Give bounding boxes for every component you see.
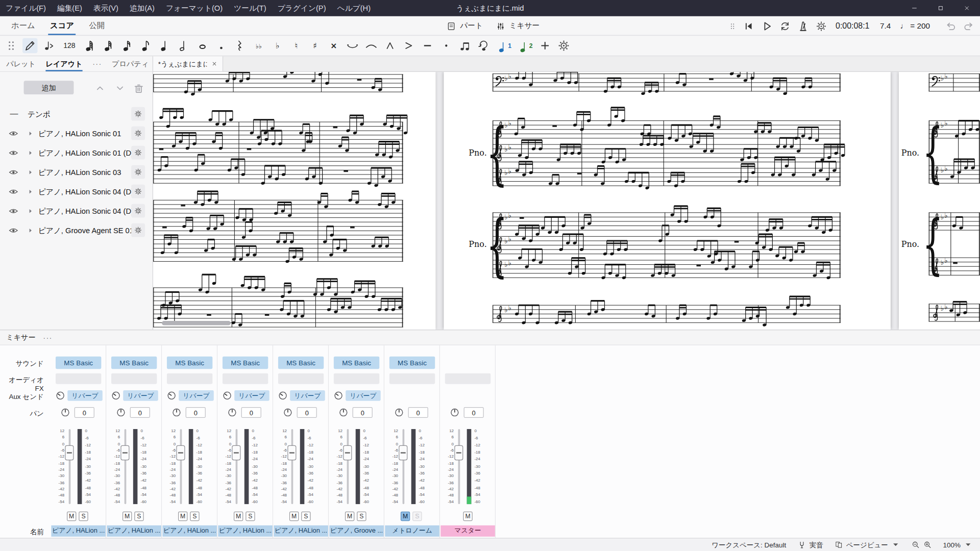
duration-128-button[interactable]: 128	[60, 38, 79, 53]
aux-send-knob[interactable]	[222, 390, 233, 401]
score-canvas[interactable]: ♭♭ ♭♭♭♭♭♭ ♭♭♭♭♭♭ ♭♭ ♭♭ ♭♭♭♭ ♭♭♭♭ ♭♭ Pno.…	[153, 72, 980, 330]
note-input-mode-button[interactable]	[41, 38, 56, 53]
expand-caret-icon[interactable]	[27, 208, 34, 214]
solo-button[interactable]: S	[190, 512, 199, 521]
redo-button[interactable]	[963, 20, 975, 33]
channel-name[interactable]: ピアノ, HALion ...	[51, 525, 106, 537]
note-input-toggle-button[interactable]	[22, 38, 37, 53]
channel-name[interactable]: ピアノ, HALion ...	[107, 525, 161, 537]
maximize-button[interactable]	[927, 0, 953, 16]
customize-toolbar-gear-icon[interactable]	[556, 38, 571, 53]
menu-help[interactable]: ヘルプ(H)	[332, 0, 377, 16]
augmentation-dot-button[interactable]	[214, 38, 229, 53]
undo-button[interactable]	[944, 20, 957, 33]
instrument-settings-gear-icon[interactable]	[131, 185, 145, 198]
mute-button[interactable]: M	[67, 512, 76, 521]
channel-name[interactable]: マスター	[440, 525, 495, 537]
loop-playback-button[interactable]	[779, 20, 791, 33]
accent-button[interactable]	[401, 38, 416, 53]
double-sharp-button[interactable]: ×	[326, 38, 341, 53]
pan-value[interactable]: 0	[241, 407, 261, 418]
fader-track[interactable]	[180, 429, 182, 504]
zoom-level-selector[interactable]: 100%	[943, 540, 973, 549]
pan-knob[interactable]	[338, 407, 349, 418]
menu-add[interactable]: 追加(A)	[124, 0, 160, 16]
aux-send-knob[interactable]	[278, 390, 288, 401]
audio-fx-slot[interactable]	[445, 373, 491, 384]
reverb-send-button[interactable]: リバーブ	[346, 390, 381, 401]
pan-knob[interactable]	[282, 407, 293, 418]
add-system-button[interactable]: 追加	[24, 81, 74, 94]
layout-instrument-row[interactable]: ピアノ, HALion Sonic 03	[0, 163, 153, 182]
visibility-eye-icon[interactable]	[8, 206, 19, 216]
layout-instrument-row[interactable]: ピアノ, Groove Agent SE 01	[0, 221, 153, 240]
expand-caret-icon[interactable]	[27, 149, 34, 156]
tempo-settings-gear-icon[interactable]	[131, 107, 145, 121]
sharp-button[interactable]: ♯	[307, 38, 322, 53]
voice-2-button[interactable]: 2	[516, 38, 533, 53]
fader-handle[interactable]	[343, 445, 352, 460]
mute-button[interactable]: M	[234, 512, 243, 521]
solo-button[interactable]: S	[79, 512, 88, 521]
layout-instrument-row[interactable]: ピアノ, HALion Sonic 04 (D)	[0, 202, 153, 221]
channel-name[interactable]: メトロノーム	[385, 525, 439, 537]
fader-handle[interactable]	[120, 445, 129, 460]
sound-button[interactable]: MS Basic	[389, 357, 435, 369]
instrument-settings-gear-icon[interactable]	[131, 223, 145, 237]
mute-button[interactable]: M	[122, 512, 132, 521]
solo-button[interactable]: S	[412, 512, 422, 521]
fader-track[interactable]	[236, 429, 238, 504]
tie-button[interactable]	[345, 38, 360, 53]
toolbar-drag-handle[interactable]	[728, 20, 737, 32]
expand-caret-icon[interactable]	[27, 169, 34, 176]
audio-fx-slot[interactable]	[389, 373, 435, 384]
solo-button[interactable]: S	[301, 512, 310, 521]
pan-knob[interactable]	[449, 407, 460, 418]
pan-value[interactable]: 0	[186, 407, 206, 418]
pan-value[interactable]: 0	[464, 407, 484, 418]
instrument-settings-gear-icon[interactable]	[131, 204, 145, 218]
staccato-button[interactable]	[439, 38, 454, 53]
instrument-settings-gear-icon[interactable]	[131, 146, 145, 160]
fader-track[interactable]	[458, 429, 460, 504]
sound-button[interactable]: MS Basic	[111, 357, 157, 369]
aux-send-knob[interactable]	[111, 390, 121, 401]
audio-fx-slot[interactable]	[334, 373, 379, 384]
channel-name[interactable]: ピアノ, HALion ...	[218, 525, 273, 537]
mute-button[interactable]: M	[401, 512, 410, 521]
workspace-selector[interactable]: ワークスペース: Default	[712, 540, 786, 549]
delete-icon[interactable]	[133, 82, 145, 95]
mute-button[interactable]: M	[289, 512, 299, 521]
audio-fx-slot[interactable]	[167, 373, 212, 384]
note-16th-button[interactable]	[120, 38, 135, 53]
reverb-send-button[interactable]: リバーブ	[67, 390, 103, 401]
audio-fx-slot[interactable]	[56, 373, 101, 384]
mixer-button[interactable]: ミキサー	[495, 20, 540, 31]
instrument-settings-gear-icon[interactable]	[131, 127, 145, 140]
tab-layout[interactable]: レイアウト	[45, 56, 82, 71]
concert-pitch-toggle[interactable]: 実音	[797, 540, 823, 549]
pan-knob[interactable]	[60, 407, 71, 418]
visibility-eye-icon[interactable]	[8, 128, 19, 139]
mute-button[interactable]: M	[345, 512, 354, 521]
fader-track[interactable]	[347, 429, 349, 504]
slur-button[interactable]	[364, 38, 379, 53]
expand-caret-icon[interactable]	[27, 227, 34, 234]
minimize-button[interactable]	[901, 0, 927, 16]
natural-button[interactable]: ♮	[289, 38, 304, 53]
sound-button[interactable]: MS Basic	[334, 357, 379, 369]
playback-settings-gear-icon[interactable]	[815, 20, 827, 33]
pan-value[interactable]: 0	[297, 407, 317, 418]
move-up-icon[interactable]	[94, 82, 106, 95]
document-tab[interactable]: *うぇぶまにまに.mid	[153, 56, 223, 71]
note-whole-button[interactable]	[195, 38, 210, 53]
layout-instrument-row[interactable]: ピアノ, HALion Sonic 01 (D)	[0, 143, 153, 163]
solo-button[interactable]: S	[134, 512, 143, 521]
layout-instrument-row[interactable]: ピアノ, HALion Sonic 01	[0, 124, 153, 143]
tenuto-button[interactable]	[420, 38, 435, 53]
audio-fx-slot[interactable]	[278, 373, 324, 384]
reverb-send-button[interactable]: リバーブ	[123, 390, 158, 401]
menu-tools[interactable]: ツール(T)	[228, 0, 272, 16]
tab-palettes[interactable]: パレット	[6, 56, 36, 71]
menu-plugins[interactable]: プラグイン(P)	[272, 0, 332, 16]
